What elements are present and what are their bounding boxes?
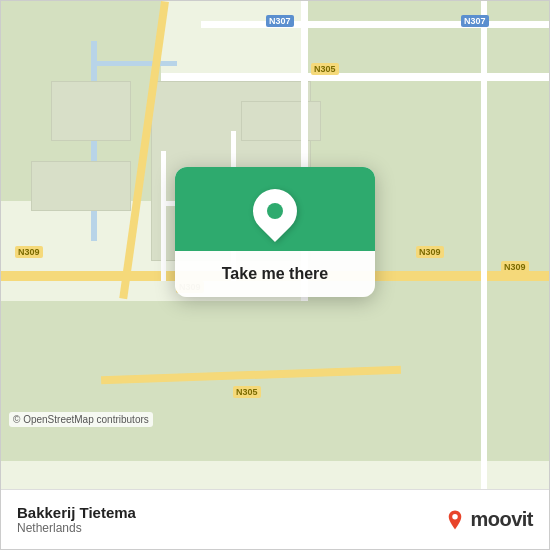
- map-container[interactable]: N307 N307 N305 N309 N309 N309 N309 N305 …: [1, 1, 549, 489]
- map-popup-card: Take me there: [175, 167, 375, 297]
- road-local-3: [161, 151, 166, 281]
- water-canal-2: [97, 61, 177, 66]
- urban-block-right-top: [241, 101, 321, 141]
- copyright-text: © OpenStreetMap contributors: [9, 412, 153, 427]
- road-n307: [201, 21, 549, 28]
- road-n305-top: [161, 73, 549, 81]
- take-me-there-button[interactable]: Take me there: [222, 265, 328, 283]
- urban-block-left2: [31, 161, 131, 211]
- road-label-n307-2: N307: [461, 15, 489, 27]
- location-info: Bakkerij Tietema Netherlands: [17, 504, 136, 535]
- location-name: Bakkerij Tietema: [17, 504, 136, 521]
- road-label-n309-left: N309: [15, 246, 43, 258]
- road-vertical-right: [481, 1, 487, 489]
- bottom-bar: Bakkerij Tietema Netherlands moovit: [1, 489, 549, 549]
- road-label-n305-bottom: N305: [233, 386, 261, 398]
- road-label-n305-top: N305: [311, 63, 339, 75]
- moovit-logo: moovit: [444, 508, 533, 531]
- road-label-n309-farright: N309: [501, 261, 529, 273]
- urban-block-left: [51, 81, 131, 141]
- field-bottom: [1, 301, 549, 461]
- road-label-n309-right: N309: [416, 246, 444, 258]
- water-canal-1: [91, 41, 97, 241]
- moovit-pin-icon: [444, 509, 466, 531]
- app: N307 N307 N305 N309 N309 N309 N309 N305 …: [0, 0, 550, 550]
- moovit-text: moovit: [470, 508, 533, 531]
- card-button-area[interactable]: Take me there: [175, 251, 375, 297]
- location-pin-icon: [244, 180, 306, 242]
- svg-point-0: [453, 514, 459, 520]
- card-icon-area: [175, 167, 375, 251]
- location-country: Netherlands: [17, 521, 136, 535]
- road-label-n307-1: N307: [266, 15, 294, 27]
